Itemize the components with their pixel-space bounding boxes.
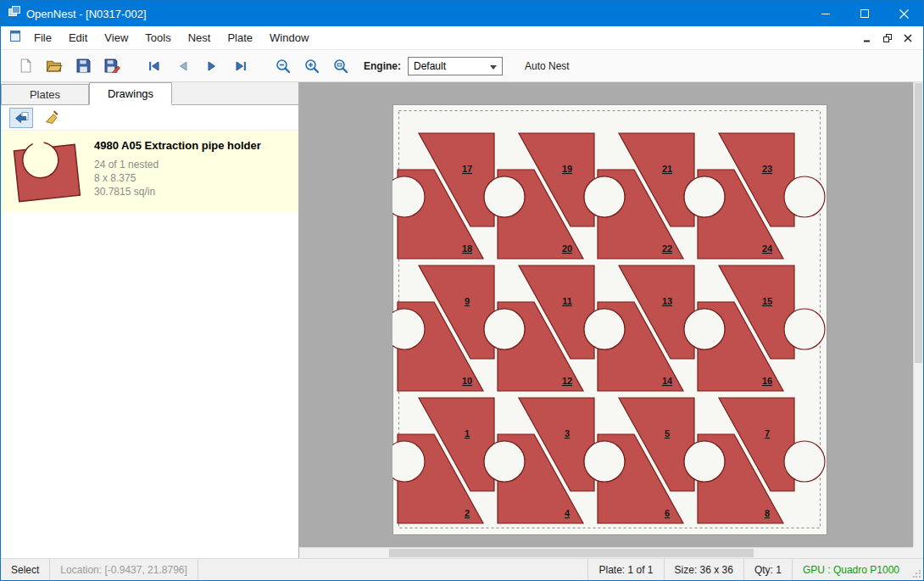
menu-item-file[interactable]: File: [25, 26, 60, 50]
mdi-minimize-icon: [863, 34, 871, 42]
mdi-restore-button[interactable]: [879, 30, 896, 47]
part-hole: [484, 309, 525, 349]
mdi-minimize-button[interactable]: [859, 30, 876, 47]
close-button[interactable]: [884, 1, 923, 26]
part-number[interactable]: 13: [662, 296, 672, 306]
drawing-list-empty-area: [1, 212, 298, 558]
part-number[interactable]: 16: [762, 376, 772, 386]
new-file-button[interactable]: [11, 53, 40, 80]
open-folder-button[interactable]: [40, 53, 69, 80]
save-button[interactable]: [69, 53, 97, 80]
part-hole: [784, 176, 825, 217]
nest-plate[interactable]: 171819202122232491011121314151612345678: [392, 104, 827, 535]
part-number[interactable]: 14: [662, 376, 673, 386]
part-number[interactable]: 23: [762, 164, 772, 174]
menu-item-plate[interactable]: Plate: [219, 26, 261, 50]
clean-broom-button[interactable]: [40, 108, 64, 128]
menu-item-window[interactable]: Window: [261, 26, 317, 50]
zoom-fit-button[interactable]: [326, 53, 355, 80]
drawing-nested-count: 24 of 1 nested: [94, 158, 261, 171]
part-hole: [684, 176, 725, 217]
zoom-out-button[interactable]: [269, 53, 298, 80]
open-folder-icon: [46, 59, 63, 73]
part-number[interactable]: 2: [465, 508, 470, 518]
status-plate: Plate: 1 of 1: [587, 559, 663, 580]
nav-next-icon: [205, 59, 219, 73]
drawing-title: 4980 A05 Extraction pipe holder: [94, 139, 261, 152]
horizontal-scrollbar-thumb[interactable]: [389, 549, 754, 557]
part-number[interactable]: 5: [665, 428, 670, 439]
mdi-close-icon: [904, 34, 912, 42]
statusbar: Select Location: [-0.9437, 21.8796] Plat…: [1, 558, 923, 580]
maximize-button[interactable]: [845, 1, 884, 26]
part-number[interactable]: 15: [762, 296, 772, 306]
drawing-list-item[interactable]: 4980 A05 Extraction pipe holder 24 of 1 …: [1, 131, 298, 212]
close-icon: [899, 9, 909, 19]
nav-first-button[interactable]: [140, 53, 169, 80]
panel-tabs: Plates Drawings: [1, 82, 298, 105]
part-number[interactable]: 20: [562, 243, 572, 254]
tab-drawings[interactable]: Drawings: [89, 82, 172, 105]
part-number[interactable]: 21: [662, 164, 672, 174]
app-window: OpenNest - [N0317-002] File Edit View To…: [0, 0, 924, 581]
nav-last-button[interactable]: [226, 53, 255, 80]
part-number[interactable]: 17: [462, 164, 472, 174]
panel-toolbar: [1, 105, 298, 131]
minimize-button[interactable]: [806, 1, 845, 26]
menu-item-tools[interactable]: Tools: [136, 26, 179, 50]
engine-select[interactable]: Default: [408, 57, 503, 75]
save-icon: [76, 59, 91, 73]
part-hole: [584, 309, 625, 349]
save-as-icon: [104, 59, 120, 73]
part-number[interactable]: 9: [465, 296, 470, 306]
minimize-icon: [821, 9, 831, 19]
nav-next-button[interactable]: [198, 53, 226, 80]
part-hole: [684, 441, 725, 482]
part-number[interactable]: 3: [565, 428, 570, 439]
part-number[interactable]: 6: [665, 508, 670, 518]
part-number[interactable]: 10: [462, 376, 472, 386]
new-file-icon: [19, 59, 33, 73]
side-panel: Plates Drawings: [1, 82, 299, 558]
part-number[interactable]: 12: [562, 376, 572, 386]
nest-canvas[interactable]: 171819202122232491011121314151612345678: [299, 82, 923, 558]
tab-plates[interactable]: Plates: [1, 84, 89, 104]
part-number[interactable]: 24: [762, 243, 773, 254]
part-number[interactable]: 1: [465, 428, 470, 439]
status-location: Location: [-0.9437, 21.8796]: [50, 559, 198, 580]
part-hole: [584, 441, 625, 482]
part-number[interactable]: 4: [565, 508, 571, 518]
part-number[interactable]: 22: [662, 243, 672, 254]
menu-item-view[interactable]: View: [96, 26, 136, 50]
nav-prev-icon: [176, 59, 190, 73]
part-hole: [484, 176, 525, 217]
menu-item-nest[interactable]: Nest: [180, 26, 220, 50]
part-number[interactable]: 18: [462, 243, 472, 254]
nav-prev-button[interactable]: [169, 53, 198, 80]
mdi-restore-icon: [883, 34, 892, 42]
status-mode: Select: [1, 559, 50, 580]
clean-broom-icon: [44, 110, 60, 125]
auto-nest-button[interactable]: Auto Nest: [518, 57, 576, 75]
mdi-close-button[interactable]: [899, 30, 916, 47]
engine-label: Engine:: [364, 60, 401, 72]
part-number[interactable]: 19: [562, 164, 572, 174]
part-hole: [784, 309, 825, 349]
toolbar: Engine: Default Auto Nest: [1, 50, 923, 82]
resize-grip[interactable]: [910, 559, 923, 580]
menubar: File Edit View Tools Nest Plate Window: [1, 26, 923, 50]
vertical-scrollbar-thumb[interactable]: [915, 83, 922, 363]
mdi-child-document-icon: [9, 30, 22, 46]
menu-item-edit[interactable]: Edit: [60, 26, 96, 50]
part-number[interactable]: 8: [765, 508, 770, 518]
maximize-icon: [860, 9, 870, 19]
zoom-in-button[interactable]: [298, 53, 326, 80]
vertical-scrollbar[interactable]: [913, 82, 923, 547]
part-number[interactable]: 11: [562, 296, 572, 306]
part-hole: [584, 176, 625, 217]
titlebar: OpenNest - [N0317-002]: [1, 1, 923, 26]
save-as-button[interactable]: [97, 53, 126, 80]
back-arrow-button[interactable]: [9, 108, 33, 128]
part-number[interactable]: 7: [765, 428, 770, 439]
horizontal-scrollbar[interactable]: [299, 547, 913, 558]
